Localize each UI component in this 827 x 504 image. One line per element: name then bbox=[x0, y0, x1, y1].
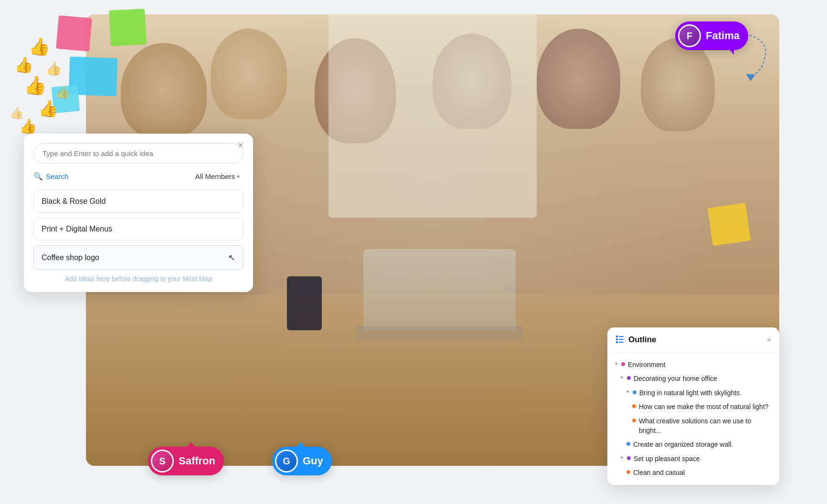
idea-item-1[interactable]: Black & Rose Gold bbox=[33, 190, 244, 213]
dot-clean bbox=[626, 470, 630, 474]
avatar-guy: G bbox=[275, 450, 298, 472]
thumb-icon-1: 👍 bbox=[29, 38, 50, 55]
thumb-icon-5: 👍 bbox=[19, 119, 37, 134]
outline-title-area: Outline bbox=[615, 334, 657, 346]
dot-natural-light bbox=[633, 390, 636, 394]
cursor-icon: ↖ bbox=[228, 252, 235, 263]
quick-toolbar: 🔍 Search All Members ▾ bbox=[33, 170, 244, 182]
outline-icon bbox=[615, 334, 625, 346]
dot-pleasant bbox=[627, 456, 631, 460]
sticky-note-green bbox=[109, 9, 147, 46]
user-bubble-fatima: F Fatima bbox=[675, 21, 748, 50]
svg-rect-4 bbox=[619, 339, 624, 340]
outline-text-clean: Clean and casual bbox=[633, 468, 685, 478]
outline-title: Outline bbox=[628, 335, 657, 345]
quick-panel-close-button[interactable]: × bbox=[235, 139, 246, 151]
svg-rect-5 bbox=[616, 341, 618, 343]
dot-environment bbox=[621, 362, 625, 366]
idea-text-1: Black & Rose Gold bbox=[42, 197, 106, 205]
thumb-icon-6: 👍 bbox=[45, 62, 62, 75]
thumb-icon-8: 👍 bbox=[10, 107, 24, 119]
avatar-saffron: S bbox=[151, 450, 174, 472]
outline-item-pleasant[interactable]: ▾ Set up pleasant space bbox=[613, 452, 774, 466]
user-bubble-saffron: S Saffron bbox=[148, 447, 224, 475]
dot-decorating bbox=[627, 376, 631, 380]
sticky-note-pink bbox=[56, 15, 92, 52]
idea-text-3: Coffee shop logo bbox=[42, 253, 99, 262]
outline-item-decorating[interactable]: ▾ Decorating your home office bbox=[613, 372, 774, 386]
user-name-fatima: Fatima bbox=[706, 30, 740, 42]
thumb-icon-7: 👍 bbox=[55, 86, 70, 98]
svg-rect-2 bbox=[619, 336, 624, 337]
thumb-icon-2: 👍 bbox=[14, 57, 33, 73]
outline-text-environment: Environment bbox=[628, 360, 666, 370]
search-label: Search bbox=[46, 172, 69, 180]
members-label: All Members bbox=[195, 172, 235, 180]
outline-item-natural-most: How can we make the most of natural ligh… bbox=[613, 400, 774, 414]
outline-text-natural-most: How can we make the most of natural ligh… bbox=[639, 402, 769, 412]
outline-text-creative: What creative solutions can we use to br… bbox=[639, 417, 772, 435]
chevron-icon-pleasant: ▾ bbox=[621, 454, 623, 461]
idea-text-2: Print + Digital Menus bbox=[42, 225, 112, 233]
chevron-icon-decorating: ▾ bbox=[621, 374, 623, 381]
quick-idea-input[interactable] bbox=[33, 143, 244, 164]
outline-body: ▾ Environment ▾ Decorating your home off… bbox=[607, 353, 779, 485]
thumb-icon-3: 👍 bbox=[24, 76, 46, 94]
user-name-guy: Guy bbox=[303, 455, 323, 467]
svg-rect-6 bbox=[619, 342, 624, 343]
sticky-note-yellow bbox=[708, 203, 751, 246]
outline-section-environment[interactable]: ▾ Environment bbox=[613, 358, 774, 372]
outline-text-natural-light: Bring in natural light with skylights. bbox=[639, 388, 742, 398]
outline-text-storage: Create an organized storage wall. bbox=[633, 440, 733, 450]
outline-text-decorating: Decorating your home office bbox=[634, 374, 717, 384]
svg-marker-0 bbox=[746, 74, 755, 81]
search-area[interactable]: 🔍 Search bbox=[33, 172, 69, 181]
outline-item-clean: Clean and casual bbox=[613, 466, 774, 480]
chevron-down-icon: ▾ bbox=[237, 173, 240, 180]
idea-item-2[interactable]: Print + Digital Menus bbox=[33, 218, 244, 241]
idea-item-3[interactable]: Coffee shop logo ↖ bbox=[33, 245, 244, 270]
outline-item-natural-light[interactable]: ▾ Bring in natural light with skylights. bbox=[613, 386, 774, 400]
search-icon: 🔍 bbox=[33, 172, 43, 181]
quick-idea-panel: × 🔍 Search All Members ▾ Black & Rose Go… bbox=[24, 134, 253, 292]
dot-creative bbox=[632, 419, 636, 422]
chevron-icon: ▾ bbox=[615, 360, 617, 367]
svg-rect-3 bbox=[616, 338, 618, 340]
svg-rect-1 bbox=[616, 336, 618, 337]
user-name-saffron: Saffron bbox=[179, 455, 215, 467]
outline-text-pleasant: Set up pleasant space bbox=[634, 454, 700, 464]
user-bubble-guy: G Guy bbox=[272, 447, 332, 475]
members-dropdown[interactable]: All Members ▾ bbox=[191, 170, 244, 182]
outline-close-button[interactable]: × bbox=[766, 335, 772, 345]
dot-storage bbox=[626, 442, 630, 446]
add-hint: Add ideas here before dragging to your M… bbox=[33, 275, 244, 283]
outline-item-storage: Create an organized storage wall. bbox=[613, 438, 774, 452]
avatar-fatima: F bbox=[678, 24, 701, 47]
chevron-icon-natural-light: ▾ bbox=[626, 388, 629, 395]
thumb-icon-4: 👍 bbox=[38, 100, 58, 116]
outline-panel: Outline × ▾ Environment ▾ Decorating you… bbox=[607, 327, 779, 485]
outline-item-creative: What creative solutions can we use to br… bbox=[613, 414, 774, 438]
outline-header: Outline × bbox=[607, 327, 779, 353]
dot-natural-most bbox=[632, 404, 636, 408]
